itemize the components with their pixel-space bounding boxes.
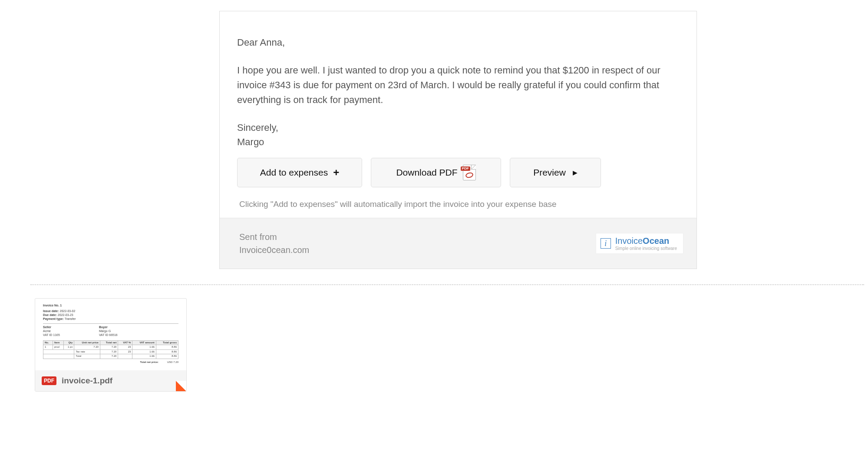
brand-tagline: Simple online invoicing software (615, 246, 677, 251)
attachment-card[interactable]: Invoice No. 1 Issue date: 2022-03-02 Due… (35, 298, 187, 392)
expenses-hint-text: Clicking "Add to expenses" will automati… (220, 200, 696, 218)
email-body-text: I hope you are well. I just wanted to dr… (237, 63, 679, 107)
closing-word: Sincerely, (237, 120, 679, 135)
brand-name: InvoiceOcean (615, 236, 677, 246)
sent-from-label: Sent from (239, 230, 309, 243)
email-panel: Dear Anna, I hope you are well. I just w… (219, 11, 697, 269)
attachment-area: Invoice No. 1 Issue date: 2022-03-02 Due… (0, 285, 868, 409)
brand-badge[interactable]: i InvoiceOcean Simple online invoicing s… (596, 233, 683, 254)
sent-from-site: Invoice0cean.com (239, 243, 309, 256)
attachment-footer: PDF invoice-1.pdf (35, 370, 186, 391)
add-to-expenses-label: Add to expenses (260, 167, 328, 178)
sent-from-block: Sent from Invoice0cean.com (239, 230, 309, 256)
attachment-thumbnail: Invoice No. 1 Issue date: 2022-03-02 Due… (35, 299, 186, 370)
download-pdf-label: Download PDF (396, 167, 457, 178)
thumb-line-items: No.Item QtyUnit net price Total netVAT %… (43, 340, 178, 359)
download-pdf-button[interactable]: Download PDF PDF (371, 158, 501, 187)
email-footer: Sent from Invoice0cean.com i InvoiceOcea… (220, 218, 696, 269)
preview-button[interactable]: Preview ▶ (510, 158, 601, 187)
info-icon: i (601, 238, 611, 249)
pdf-badge-icon: PDF (42, 376, 56, 385)
email-closing: Sincerely, Margo (237, 120, 679, 149)
email-body: Dear Anna, I hope you are well. I just w… (220, 11, 696, 158)
thumb-invoice-number: Invoice No. 1 (43, 304, 178, 308)
sender-name: Margo (237, 135, 679, 149)
preview-label: Preview (533, 167, 566, 178)
action-button-row: Add to expenses + Download PDF PDF Previ… (220, 158, 696, 200)
pdf-file-icon: PDF (463, 165, 476, 180)
plus-icon: + (333, 166, 339, 179)
email-greeting: Dear Anna, (237, 35, 679, 50)
play-icon: ▶ (573, 169, 578, 176)
attachment-filename: invoice-1.pdf (62, 376, 112, 386)
add-to-expenses-button[interactable]: Add to expenses + (237, 158, 362, 187)
pdf-badge: PDF (461, 166, 470, 171)
